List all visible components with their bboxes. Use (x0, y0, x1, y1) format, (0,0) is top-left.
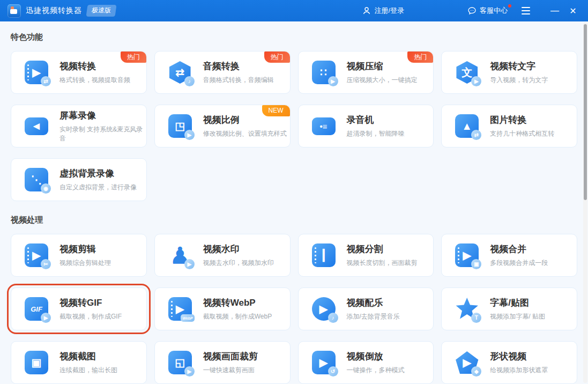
voice-recorder-icon-glyph: •≡ (312, 117, 336, 135)
card-screen-record[interactable]: ◀屏幕录像实时录制 支持系统&麦克风录音 (11, 105, 147, 147)
card-video-compress[interactable]: ∷▶视频压缩压缩视频大小，一键搞定热门 (298, 51, 434, 94)
card-text: 视频转换格式转换，视频提取音频 (59, 60, 130, 85)
video-to-webp-icon-badge: WebP (181, 314, 194, 322)
support-center-button[interactable]: 客服中心 (467, 6, 508, 16)
card-text: 视频倒放一键操作，多种模式 (347, 350, 405, 375)
shape-video-icon: ▶◆ (455, 350, 479, 375)
card-text: 视频画面裁剪一键快速裁剪画面 (203, 350, 258, 375)
card-subtitle: 压缩视频大小，一键搞定 (347, 76, 418, 85)
card-title: 视频转换 (59, 60, 130, 72)
card-subtitle: 给视频添加形状遮罩 (490, 366, 548, 375)
card-voice-recorder[interactable]: •≡录音机超清录制，智能降噪 (298, 105, 434, 147)
video-convert-icon-badge: ⇄ (41, 76, 51, 86)
card-video-to-webp[interactable]: ▶WebP视频转WebP截取视频，制作成WebP (154, 287, 291, 330)
menu-button[interactable] (522, 7, 530, 14)
hot-badge: 热门 (264, 51, 290, 63)
card-text: 视频比例修改视频比例、设置填充样式 (203, 114, 287, 138)
card-text: 形状视频给视频添加形状遮罩 (490, 350, 548, 375)
virtual-background-record-icon: ⋱◉ (24, 167, 49, 192)
card-text: 视频配乐添加/去除背景音乐 (347, 297, 400, 321)
card-subtitle: 视频添加字幕/ 贴图 (490, 312, 545, 321)
card-video-screenshot[interactable]: ▣视频截图连续截图，输出长图 (11, 341, 147, 384)
card-subtitle: 支持几十种格式相互转 (490, 129, 554, 138)
scrollbar[interactable] (583, 23, 587, 383)
card-video-watermark[interactable]: ♟▶视频水印视频去水印，视频加水印 (154, 234, 291, 277)
card-image-convert[interactable]: ▲⇄图片转换支持几十种格式相互转 (441, 105, 577, 147)
card-shape-video[interactable]: ▶◆形状视频给视频添加形状遮罩 (441, 341, 577, 384)
card-video-music[interactable]: ▶♪视频配乐添加/去除背景音乐 (298, 287, 434, 330)
video-crop-icon-badge: ▶ (184, 366, 195, 376)
notification-dot (508, 4, 511, 8)
close-button[interactable]: ✕ (565, 3, 580, 18)
card-grid: ▶⇄视频转换格式转换，视频提取音频热门⇄♪音频转换音频格式转换，音频编辑热门∷▶… (11, 51, 577, 201)
screen-record-icon-glyph: ◀ (25, 117, 48, 135)
card-text: 视频压缩压缩视频大小，一键搞定 (347, 60, 418, 85)
card-title: 视频分割 (347, 243, 418, 255)
video-merge-icon: ▶▣ (455, 243, 479, 268)
video-compress-icon: ∷▶ (311, 60, 336, 85)
section-title: 视频处理 (11, 215, 577, 225)
card-title: 视频压缩 (347, 60, 418, 72)
card-title: 视频转WebP (203, 297, 272, 309)
video-to-gif-icon-badge: ▶ (41, 313, 51, 323)
video-edit-icon-badge: ✂ (41, 259, 51, 269)
card-aspect-ratio[interactable]: ◳▶视频比例修改视频比例、设置填充样式NEW (154, 105, 291, 147)
video-to-gif-icon: GIF▶ (24, 297, 49, 321)
card-subtitle: 导入视频，转为文字 (490, 76, 548, 85)
card-video-to-text[interactable]: 文▶视频转文字导入视频，转为文字 (441, 51, 577, 94)
subtitle-sticker-icon: T (455, 297, 479, 321)
card-title: 视频截图 (59, 350, 117, 363)
subtitle-sticker-icon-badge: T (471, 313, 481, 323)
card-text: 视频转文字导入视频，转为文字 (490, 60, 548, 85)
video-to-webp-icon: ▶WebP (168, 297, 192, 321)
card-subtitle: 截取视频，制作成WebP (203, 312, 272, 321)
card-title: 视频转GIF (59, 297, 122, 309)
support-label: 客服中心 (480, 6, 508, 16)
video-watermark-icon: ♟▶ (168, 243, 192, 268)
card-title: 视频合并 (490, 243, 548, 255)
content-area: 特色功能▶⇄视频转换格式转换，视频提取音频热门⇄♪音频转换音频格式转换，音频编辑… (0, 32, 588, 384)
card-audio-convert[interactable]: ⇄♪音频转换音频格式转换，音频编辑热门 (154, 51, 291, 94)
card-title: 音频转换 (203, 60, 274, 72)
video-convert-icon: ▶⇄ (24, 60, 49, 85)
shape-video-icon-badge: ◆ (471, 366, 481, 376)
card-video-reverse[interactable]: ▶↺视频倒放一键操作，多种模式 (298, 341, 434, 384)
card-video-convert[interactable]: ▶⇄视频转换格式转换，视频提取音频热门 (11, 51, 147, 94)
card-video-edit[interactable]: ▶✂视频剪辑视频综合剪辑处理 (11, 234, 147, 277)
video-merge-icon-badge: ▣ (471, 259, 481, 269)
video-crop-icon: ◱▶ (168, 350, 192, 375)
login-button[interactable]: 注册/登录 (362, 6, 404, 16)
scrollbar-thumb[interactable] (584, 24, 587, 200)
video-split-icon: ┃ (311, 243, 336, 268)
card-subtitle-sticker[interactable]: T字幕/贴图视频添加字幕/ 贴图 (441, 287, 577, 330)
card-video-split[interactable]: ┃视频分割视频长度切割，画面裁剪 (298, 234, 434, 277)
card-subtitle: 连续截图，输出长图 (59, 366, 117, 375)
video-screenshot-icon: ▣ (24, 350, 49, 375)
card-text: 视频转GIF截取视频，制作成GIF (59, 297, 122, 321)
login-label: 注册/登录 (374, 6, 404, 16)
card-video-merge[interactable]: ▶▣视频合并多段视频合并成一段 (441, 234, 577, 277)
card-virtual-background-record[interactable]: ⋱◉虚拟背景录像自定义虚拟背景，进行录像 (11, 158, 147, 201)
image-convert-icon: ▲⇄ (455, 114, 479, 138)
video-compress-icon-badge: ▶ (328, 76, 338, 86)
card-subtitle: 超清录制，智能降噪 (347, 129, 405, 138)
card-text: 视频分割视频长度切割，画面裁剪 (347, 243, 418, 268)
card-title: 视频倒放 (347, 350, 405, 363)
edition-badge: 极速版 (86, 5, 116, 17)
card-video-to-gif[interactable]: GIF▶视频转GIF截取视频，制作成GIF (11, 287, 147, 330)
image-convert-icon-badge: ⇄ (471, 130, 481, 140)
hot-badge: 热门 (121, 51, 146, 63)
minimize-button[interactable]: — (547, 3, 562, 18)
aspect-ratio-icon: ◳▶ (168, 114, 192, 138)
card-text: 图片转换支持几十种格式相互转 (490, 114, 554, 138)
card-subtitle: 实时录制 支持系统&麦克风录音 (59, 125, 146, 143)
card-title: 视频剪辑 (59, 243, 111, 255)
card-subtitle: 视频综合剪辑处理 (59, 259, 111, 268)
chat-icon (467, 6, 477, 15)
card-title: 图片转换 (490, 114, 554, 126)
card-subtitle: 视频长度切割，画面裁剪 (347, 259, 418, 268)
card-text: 视频转WebP截取视频，制作成WebP (203, 297, 272, 321)
card-title: 视频水印 (203, 243, 274, 255)
card-text: 视频合并多段视频合并成一段 (490, 243, 548, 268)
card-video-crop[interactable]: ◱▶视频画面裁剪一键快速裁剪画面 (154, 341, 291, 384)
